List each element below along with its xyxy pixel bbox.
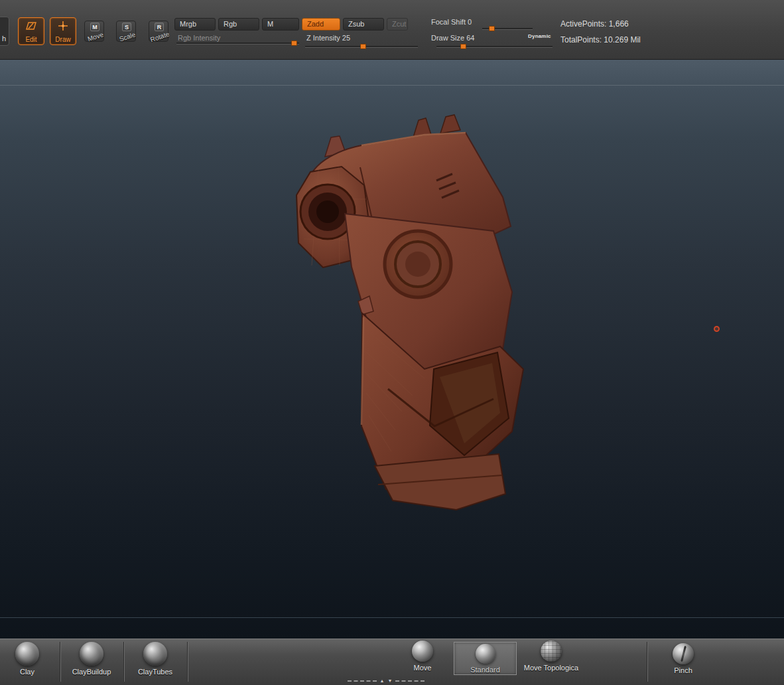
zbrush-window: h Edit Draw M Move S Scale R bbox=[0, 0, 784, 685]
brush-cursor-indicator bbox=[714, 326, 720, 332]
edit-icon bbox=[25, 21, 37, 31]
sculpt-viewport[interactable] bbox=[0, 60, 784, 639]
scrubber-down-arrow[interactable]: ▼ bbox=[388, 678, 393, 684]
draw-button[interactable]: Draw bbox=[50, 17, 76, 45]
draw-size-handle[interactable] bbox=[460, 44, 466, 49]
tray-separator bbox=[60, 642, 60, 682]
standard-brush-label: Standard bbox=[454, 666, 516, 674]
z-intensity-label[interactable]: Z Intensity 25 bbox=[306, 34, 350, 42]
rgb-button[interactable]: Rgb bbox=[218, 18, 259, 31]
claytubes-brush-icon bbox=[143, 642, 167, 666]
focal-shift-value: 0 bbox=[468, 18, 472, 26]
rgb-intensity-label[interactable]: Rgb Intensity bbox=[178, 34, 220, 42]
rgb-intensity-handle[interactable] bbox=[291, 40, 297, 46]
move-topological-brush-icon bbox=[541, 641, 562, 662]
scrubber-dashes bbox=[348, 680, 377, 682]
edit-button[interactable]: Edit bbox=[18, 17, 44, 45]
brush-claytubes[interactable]: ClayTubes bbox=[127, 642, 183, 676]
m-button[interactable]: M bbox=[262, 18, 299, 31]
brush-clay[interactable]: Clay bbox=[5, 642, 49, 676]
tray-separator bbox=[123, 642, 124, 682]
zcut-button[interactable]: Zcut bbox=[387, 18, 408, 31]
draw-size-label[interactable]: Draw Size 64 bbox=[431, 34, 474, 42]
focal-shift-slider[interactable] bbox=[482, 28, 533, 30]
brush-standard-selected[interactable]: Standard bbox=[454, 642, 517, 675]
rotate-button-label: Rotate bbox=[147, 30, 172, 44]
top-toolbar: h Edit Draw M Move S Scale R bbox=[0, 0, 784, 60]
rotate-r-icon: R bbox=[155, 23, 164, 31]
brush-move-topological[interactable]: Move Topologica bbox=[519, 641, 583, 672]
total-points-stat: TotalPoints: 10.269 Mil bbox=[560, 35, 641, 44]
claybuildup-brush-icon bbox=[80, 642, 103, 666]
draw-button-label: Draw bbox=[50, 36, 76, 43]
scrubber-dashes bbox=[395, 680, 425, 682]
z-intensity-value: 25 bbox=[342, 34, 350, 42]
claytubes-brush-label: ClayTubes bbox=[127, 668, 183, 676]
z-intensity-handle[interactable] bbox=[360, 44, 366, 49]
pinch-brush-icon bbox=[673, 643, 694, 664]
draw-crosshair-icon bbox=[57, 21, 69, 31]
focal-shift-handle[interactable] bbox=[489, 26, 495, 31]
scale-button-label: Scale bbox=[115, 30, 140, 44]
scrubber-up-arrow[interactable]: ▲ bbox=[380, 678, 385, 684]
rgb-intensity-slider[interactable] bbox=[176, 42, 299, 44]
focal-shift-label[interactable]: Focal Shift 0 bbox=[431, 18, 472, 26]
active-points-stat: ActivePoints: 1,666 bbox=[560, 19, 629, 29]
move-brush-label: Move bbox=[402, 664, 443, 672]
sculpt-model-pistol[interactable] bbox=[0, 60, 784, 639]
brush-pinch[interactable]: Pinch bbox=[663, 643, 703, 674]
rotate-button[interactable]: R Rotate bbox=[149, 21, 168, 42]
move-topological-brush-label: Move Topologica bbox=[519, 664, 583, 672]
edit-button-label: Edit bbox=[19, 36, 44, 43]
claybuildup-brush-label: ClayBuildup bbox=[64, 668, 119, 676]
dynamic-label[interactable]: Dynamic bbox=[528, 33, 551, 39]
tray-resize-scrubber[interactable]: ▲ ▼ bbox=[340, 678, 432, 684]
move-m-icon: M bbox=[90, 23, 99, 31]
mrgb-button[interactable]: Mrgb bbox=[174, 18, 216, 31]
clay-brush-label: Clay bbox=[5, 668, 49, 676]
brush-move[interactable]: Move bbox=[402, 641, 443, 672]
z-intensity-slider[interactable] bbox=[305, 46, 418, 48]
zadd-button[interactable]: Zadd bbox=[302, 18, 340, 31]
tray-separator bbox=[187, 642, 188, 682]
pinch-brush-label: Pinch bbox=[663, 666, 703, 674]
draw-size-value: 64 bbox=[466, 34, 474, 42]
clay-brush-icon bbox=[15, 642, 39, 666]
tray-separator bbox=[647, 642, 647, 682]
move-button[interactable]: M Move bbox=[84, 21, 104, 42]
move-button-label: Move bbox=[83, 30, 108, 44]
brush-claybuildup[interactable]: ClayBuildup bbox=[64, 642, 119, 676]
standard-brush-icon bbox=[476, 644, 495, 664]
scale-s-icon: S bbox=[122, 23, 131, 31]
move-brush-icon bbox=[412, 641, 433, 662]
draw-size-slider[interactable] bbox=[436, 46, 553, 48]
zsub-button[interactable]: Zsub bbox=[343, 18, 384, 31]
partial-left-button[interactable]: h bbox=[0, 17, 9, 46]
scale-button[interactable]: S Scale bbox=[116, 21, 136, 42]
